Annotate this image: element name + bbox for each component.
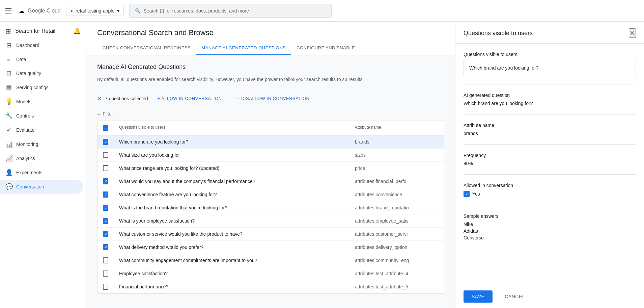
ai-question-value: Which brand are you looking for? — [464, 101, 636, 106]
table-row[interactable]: What size are you looking for sizes — [97, 149, 444, 162]
frequency-label: Frequency — [464, 153, 636, 158]
select-all-checkbox[interactable] — [103, 125, 108, 131]
tab-manage[interactable]: MANAGE AI GENERATED QUESTIONS — [196, 41, 291, 55]
page-content: Manage AI Generated Questions By default… — [86, 55, 455, 308]
row-checkbox-7[interactable] — [103, 231, 108, 237]
table-row[interactable]: What delivery method would you prefer? a… — [97, 241, 444, 254]
save-button[interactable]: SAVE — [464, 290, 493, 303]
sidebar-item-data[interactable]: ≡ Data — [0, 52, 83, 66]
panel-section-frequency: Frequency 90% — [464, 153, 636, 166]
row-question-9: What community engagement commitments ar… — [114, 254, 349, 266]
bell-icon[interactable]: 🔔 — [73, 27, 81, 35]
sidebar-item-conversation[interactable]: 💬 Conversation — [0, 180, 83, 194]
page-header: Conversational Search and Browse CHECK C… — [86, 22, 455, 55]
page-title: Conversational Search and Browse — [97, 22, 444, 41]
tab-configure[interactable]: CONFIGURE AND ENABLE — [291, 41, 360, 55]
select-all-header[interactable] — [97, 121, 114, 135]
row-attribute-1: sizes — [349, 149, 444, 161]
monitoring-icon: 📊 — [5, 140, 12, 148]
row-checkbox-2[interactable] — [103, 165, 108, 171]
toolbar: ✕ 7 questions selected + ALLOW IN CONVER… — [97, 91, 444, 106]
allowed-checkbox[interactable] — [464, 191, 470, 197]
search-bar[interactable]: 🔍 Search (/) for resources, docs, produc… — [129, 4, 332, 18]
row-checkbox-8[interactable] — [103, 244, 108, 250]
row-attribute-0: brands — [349, 136, 444, 148]
row-question-10: Employee satisfaction? — [114, 267, 349, 280]
table-row[interactable]: What would you say about the company's f… — [97, 175, 444, 188]
allowed-row: Yes — [464, 191, 636, 197]
chevron-down-icon: ▾ — [117, 8, 119, 14]
row-checkbox-9[interactable] — [103, 257, 108, 263]
row-checkbox-11[interactable] — [103, 284, 108, 290]
cancel-button[interactable]: CANCEL — [497, 290, 533, 303]
table-row[interactable]: What is your employee satisfaction? attr… — [97, 214, 444, 228]
row-attribute-5: attributes.brand_reputatio — [349, 202, 444, 214]
row-question-11: Financial performance? — [114, 281, 349, 293]
sample-answers-label: Sample answers — [464, 213, 636, 219]
row-attribute-7: attributes.customer_servi — [349, 228, 444, 240]
panel-footer: SAVE CANCEL — [455, 285, 644, 308]
allowed-label: Allowed in conversation — [464, 183, 636, 188]
sidebar-item-analytics[interactable]: 📈 Analytics — [0, 151, 83, 165]
panel-body: Questions visible to users AI generated … — [455, 44, 644, 285]
sidebar-item-data-quality[interactable]: ⊡ Data quality — [0, 66, 83, 80]
models-icon: 💡 — [5, 98, 12, 105]
sidebar-item-experiments[interactable]: 👤 Experiments — [0, 165, 83, 180]
description: By default, all questions are enabled fo… — [97, 76, 444, 83]
table-row[interactable]: Employee satisfaction? attributes.test_a… — [97, 267, 444, 280]
row-question-7: What customer service would you like the… — [114, 228, 349, 240]
panel-question-input[interactable] — [464, 60, 636, 76]
table-row[interactable]: What community engagement commitments ar… — [97, 254, 444, 267]
topbar: ☁ Google Cloud ● retail-testing-apple ▾ … — [0, 0, 644, 22]
disallow-conversation-button[interactable]: — DISALLOW IN CONVERSATION — [231, 94, 313, 103]
tab-check[interactable]: CHECK CONVERSATIONAL READINESS — [97, 41, 196, 55]
dashboard-icon: ⊞ — [5, 42, 12, 49]
row-question-5: What is the brand reputation that you're… — [114, 202, 349, 214]
row-checkbox-1[interactable] — [103, 152, 108, 158]
filter-icon: ≡ — [97, 111, 100, 117]
sidebar-item-controls[interactable]: 🔧 Controls — [0, 109, 83, 123]
ai-question-label: AI generated question — [464, 93, 636, 98]
sidebar-item-evaluate[interactable]: ✓ Evaluate — [0, 123, 83, 137]
panel-header: Questions visible to users ✕ — [455, 22, 644, 44]
project-selector[interactable]: ● retail-testing-apple ▾ — [66, 6, 124, 16]
row-question-4: What convenience feature are you looking… — [114, 188, 349, 201]
row-attribute-9: attributes.community_eng — [349, 254, 444, 266]
row-question-3: What would you say about the company's f… — [114, 175, 349, 187]
row-attribute-6: attributes.employee_satis — [349, 215, 444, 227]
row-attribute-2: price — [349, 162, 444, 174]
table-row[interactable]: What price range are you looking for? (u… — [97, 162, 444, 175]
section-title: Manage AI Generated Questions — [97, 63, 444, 71]
sidebar-item-models[interactable]: 💡 Models — [0, 95, 83, 109]
menu-icon[interactable] — [5, 7, 13, 15]
right-panel: Questions visible to users ✕ Questions v… — [455, 22, 644, 308]
clear-selection-button[interactable]: ✕ — [97, 95, 102, 102]
sidebar-item-monitoring[interactable]: 📊 Monitoring — [0, 137, 83, 151]
table-header: Questions visible to users Attribute nam… — [97, 121, 444, 135]
svg-text:☁: ☁ — [19, 8, 24, 14]
row-checkbox-10[interactable] — [103, 271, 108, 277]
table-row[interactable]: What is the brand reputation that you're… — [97, 201, 444, 214]
table-row[interactable]: Financial performance? attributes.test_a… — [97, 280, 444, 293]
row-checkbox-6[interactable] — [103, 218, 108, 224]
table-row[interactable]: What convenience feature are you looking… — [97, 188, 444, 201]
data-icon: ≡ — [5, 56, 12, 63]
allow-conversation-button[interactable]: + ALLOW IN CONVERSATION — [153, 94, 226, 103]
panel-title: Questions visible to users — [464, 30, 533, 37]
sidebar-item-dashboard[interactable]: ⊞ Dashboard — [0, 38, 83, 52]
table-row[interactable]: What customer service would you like the… — [97, 228, 444, 241]
close-panel-button[interactable]: ✕ — [629, 28, 636, 38]
experiments-icon: 👤 — [5, 169, 12, 176]
row-checkbox-0[interactable] — [103, 139, 108, 145]
row-checkbox-4[interactable] — [103, 191, 108, 198]
table-row[interactable]: Which brand are you looking for? brands — [97, 135, 444, 149]
panel-section-allowed: Allowed in conversation Yes — [464, 183, 636, 197]
row-question-8: What delivery method would you prefer? — [114, 241, 349, 253]
row-checkbox-5[interactable] — [103, 205, 108, 211]
row-checkbox-3[interactable] — [103, 178, 108, 184]
divider-4 — [464, 174, 636, 175]
sidebar-item-serving-configs[interactable]: ▤ Serving configs — [0, 80, 83, 95]
frequency-value: 90% — [464, 161, 636, 166]
evaluate-icon: ✓ — [5, 126, 12, 134]
sample-answer-2: Converse — [464, 235, 636, 240]
